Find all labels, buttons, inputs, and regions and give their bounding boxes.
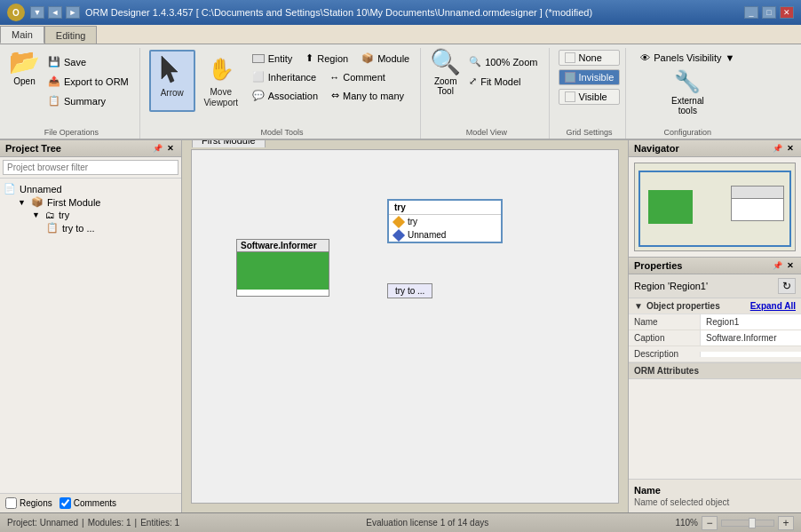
entity-button[interactable]: Entity bbox=[247, 50, 298, 67]
expand-all-button[interactable]: Expand All bbox=[750, 301, 796, 311]
tree-try-icon: 🗂 bbox=[45, 210, 55, 220]
status-bar: Project: Unnamed | Modules: 1 | Entities… bbox=[0, 512, 801, 532]
fit-model-button[interactable]: ⤢ Fit Model bbox=[464, 73, 543, 90]
close-button[interactable]: ✕ bbox=[780, 6, 794, 19]
tree-expand-try[interactable]: ▼ bbox=[32, 210, 40, 219]
grid-visible-button[interactable]: Visible bbox=[559, 89, 621, 105]
orm-attributes-section: ORM Attributes bbox=[629, 362, 801, 379]
properties-pin-btn[interactable]: 📌 bbox=[772, 260, 782, 271]
summary-button[interactable]: 📋 Summary bbox=[43, 92, 134, 109]
tree-item-try[interactable]: ▼ 🗂 try bbox=[0, 209, 181, 221]
status-left: Project: Unnamed | Modules: 1 | Entities… bbox=[7, 518, 179, 528]
external-tools-button[interactable]: 🔧 Externaltools bbox=[635, 69, 740, 115]
title-menu-btn[interactable]: ▼ bbox=[30, 6, 44, 19]
model-tools-row3: 💬 Association ⇔ Many to many bbox=[247, 87, 415, 104]
region-button[interactable]: ⬜ Inheritance bbox=[247, 68, 321, 85]
project-tree-panel: Project Tree 📌 ✕ 📄 Unnamed ▼ 📦 First Mod… bbox=[0, 140, 182, 512]
title-fwd-btn[interactable]: ► bbox=[66, 6, 80, 19]
canvas-area[interactable]: First Module Software.Informer try try U… bbox=[182, 140, 628, 512]
external-tools-label: Externaltools bbox=[671, 96, 704, 115]
tree-item-unnamed[interactable]: 📄 Unnamed bbox=[0, 182, 181, 195]
zoom-tool-button[interactable]: 🔍 ZoomTool bbox=[430, 50, 461, 96]
tree-unnamed-icon: 📄 bbox=[4, 183, 16, 195]
move-viewport-icon: ✋ bbox=[205, 53, 237, 85]
project-tree-close-btn[interactable]: ✕ bbox=[165, 143, 176, 154]
move-viewport-button[interactable]: ✋ MoveViewport bbox=[198, 50, 244, 112]
project-tree-header: Project Tree 📌 ✕ bbox=[0, 140, 181, 157]
region-icon: ⬜ bbox=[252, 71, 265, 83]
orm-attributes-label: ORM Attributes bbox=[634, 366, 699, 376]
prop-value-caption[interactable]: Software.Informer bbox=[700, 330, 801, 345]
comments-checkbox[interactable] bbox=[59, 497, 71, 509]
properties-close-btn[interactable]: ✕ bbox=[785, 260, 796, 271]
properties-panel: Properties 📌 ✕ Region 'Region1' ↻ ▼ Obje… bbox=[628, 257, 801, 512]
summary-icon: 📋 bbox=[48, 95, 60, 107]
panels-visibility-button[interactable]: 👁 Panels Visibility ▼ bbox=[635, 50, 740, 66]
many-to-many-button[interactable]: ⇔ Many to many bbox=[326, 87, 409, 104]
grid-none-checkbox bbox=[565, 52, 575, 63]
navigator-close-btn[interactable]: ✕ bbox=[785, 143, 796, 154]
zoom-thumb[interactable] bbox=[749, 518, 756, 528]
tree-item-first-module[interactable]: ▼ 📦 First Module bbox=[0, 195, 181, 209]
regions-checkbox-label[interactable]: Regions bbox=[5, 497, 52, 509]
comments-checkbox-label[interactable]: Comments bbox=[59, 497, 116, 509]
properties-region-title: Region 'Region1' ↻ bbox=[629, 274, 801, 298]
regions-checkbox[interactable] bbox=[5, 497, 17, 509]
status-zoom: 110% bbox=[675, 518, 698, 528]
save-button[interactable]: 💾 Save bbox=[43, 53, 134, 70]
entity-try-to[interactable]: try to ... bbox=[387, 283, 432, 298]
inheritance-button[interactable]: ⬆ Region bbox=[300, 50, 353, 67]
title-bar-left: O ▼ ◄ ► ORM Designer 1.4.3.457 [ C:\Docu… bbox=[7, 4, 592, 21]
zoom-100-button[interactable]: 🔍 100% Zoom bbox=[464, 53, 543, 70]
arrow-button[interactable]: Arrow bbox=[149, 50, 195, 112]
object-properties-section-left: ▼ Object properties bbox=[634, 301, 720, 311]
grid-none-button[interactable]: None bbox=[559, 50, 621, 66]
association-icon: ↔ bbox=[329, 72, 339, 83]
prop-value-name[interactable]: Region1 bbox=[700, 314, 801, 330]
navigator-pin-btn[interactable]: 📌 bbox=[772, 143, 782, 154]
title-back-btn[interactable]: ◄ bbox=[48, 6, 62, 19]
status-separator-1: | bbox=[82, 518, 84, 528]
zoom-tool-icon: 🔍 bbox=[430, 50, 461, 75]
object-properties-section: ▼ Object properties Expand All bbox=[629, 298, 801, 314]
main-layout: Project Tree 📌 ✕ 📄 Unnamed ▼ 📦 First Mod… bbox=[0, 140, 801, 512]
maximize-button[interactable]: □ bbox=[762, 6, 776, 19]
open-button[interactable]: 📂 Open bbox=[9, 50, 40, 86]
comments-label: Comments bbox=[74, 498, 116, 508]
comment-button[interactable]: 💬 Association bbox=[247, 87, 323, 104]
entity-field-try: try bbox=[408, 217, 417, 226]
object-properties-label: Object properties bbox=[646, 301, 720, 311]
export-button[interactable]: 📤 Export to ORM bbox=[43, 73, 134, 90]
project-tree-footer: Regions Comments bbox=[0, 493, 181, 512]
tree-item-try-to[interactable]: 📋 try to ... bbox=[0, 221, 181, 234]
module-button[interactable]: 📦 Module bbox=[356, 50, 415, 67]
prop-label-name: Name bbox=[629, 314, 700, 330]
properties-refresh-btn[interactable]: ↻ bbox=[778, 278, 796, 294]
model-view-content: 🔍 ZoomTool 🔍 100% Zoom ⤢ Fit Model bbox=[430, 48, 543, 137]
zoom-tool-label: ZoomTool bbox=[434, 76, 457, 96]
navigator-panel: Navigator 📌 ✕ bbox=[628, 140, 801, 257]
association-button[interactable]: ↔ Comment bbox=[324, 68, 391, 85]
project-tree-search bbox=[0, 157, 181, 179]
zoom-out-button[interactable]: − bbox=[702, 516, 718, 530]
model-view-label: Model View bbox=[466, 128, 507, 137]
region-software-informer[interactable]: Software.Informer bbox=[236, 239, 329, 297]
tree-expand-first-module[interactable]: ▼ bbox=[18, 198, 26, 207]
configuration-content: 👁 Panels Visibility ▼ 🔧 Externaltools bbox=[635, 48, 740, 137]
tab-main[interactable]: Main bbox=[0, 26, 44, 44]
grid-invisible-button[interactable]: Invisible bbox=[559, 69, 621, 85]
entity-field-unnamed: Unnamed bbox=[408, 230, 446, 240]
zoom-in-button[interactable]: + bbox=[778, 516, 794, 530]
project-tree-pin-btn[interactable]: 📌 bbox=[152, 143, 163, 154]
config-buttons: 👁 Panels Visibility ▼ 🔧 Externaltools bbox=[635, 50, 740, 115]
grid-settings-label: Grid Settings bbox=[566, 128, 612, 137]
title-buttons: _ □ ✕ bbox=[744, 6, 794, 19]
entity-try[interactable]: try try Unnamed bbox=[387, 199, 503, 243]
project-tree-search-input[interactable] bbox=[3, 160, 178, 175]
object-properties-collapse-icon[interactable]: ▼ bbox=[634, 301, 643, 311]
minimize-button[interactable]: _ bbox=[744, 6, 758, 19]
prop-value-description[interactable] bbox=[700, 352, 801, 357]
module-tab[interactable]: First Module bbox=[192, 140, 266, 147]
tab-editing[interactable]: Editing bbox=[44, 26, 98, 44]
zoom-slider[interactable] bbox=[721, 520, 774, 527]
